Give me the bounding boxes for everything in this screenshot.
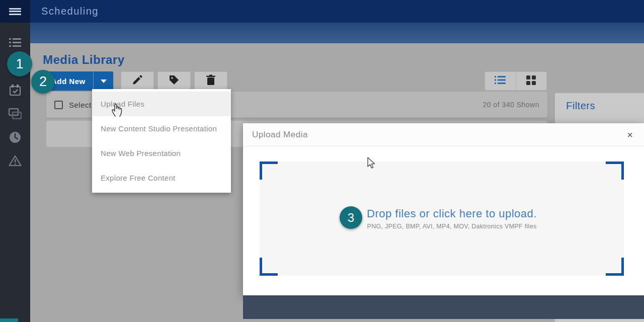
bracket-bottom-left bbox=[260, 258, 278, 276]
add-new-caret-section[interactable] bbox=[93, 71, 113, 91]
list-view-icon bbox=[495, 75, 506, 87]
menu-item-new-content-studio-presentation[interactable]: New Content Studio Presentation bbox=[92, 116, 231, 141]
grid-view-icon bbox=[526, 75, 536, 87]
filters-title: Filters bbox=[566, 100, 595, 112]
pencil-icon bbox=[132, 74, 143, 88]
view-toggle-group bbox=[485, 71, 547, 91]
upload-media-modal: Upload Media × Drop files or click here … bbox=[243, 123, 644, 295]
history-clock-icon bbox=[9, 131, 21, 143]
edit-button[interactable] bbox=[121, 71, 154, 91]
bracket-top-right bbox=[606, 162, 624, 180]
hamburger-menu-button[interactable] bbox=[0, 0, 30, 23]
hamburger-icon bbox=[9, 7, 21, 16]
trash-icon bbox=[206, 74, 216, 88]
modal-title: Upload Media bbox=[252, 123, 308, 146]
grid-view-button[interactable] bbox=[516, 72, 547, 90]
tag-icon bbox=[169, 74, 180, 88]
sidebar-item-calendar[interactable] bbox=[0, 78, 30, 102]
modal-footer-bar bbox=[243, 295, 644, 319]
app-title: Scheduling bbox=[41, 0, 99, 23]
page-title: Media Library bbox=[43, 53, 125, 67]
sidebar-item-displays[interactable] bbox=[0, 102, 30, 125]
bracket-bottom-right bbox=[606, 258, 624, 276]
shown-count-text: 20 of 340 Shown bbox=[482, 101, 539, 109]
bracket-top-left bbox=[260, 162, 278, 180]
alerts-warning-icon bbox=[9, 155, 22, 167]
delete-button[interactable] bbox=[194, 71, 227, 91]
secondary-header-band bbox=[30, 23, 644, 43]
sidebar-item-alerts[interactable] bbox=[0, 149, 30, 173]
sidebar-item-history[interactable] bbox=[0, 125, 30, 149]
modal-header: Upload Media × bbox=[243, 123, 644, 146]
tutorial-step-badge-2: 2 bbox=[31, 70, 55, 94]
menu-item-upload-files[interactable]: Upload Files bbox=[92, 92, 231, 116]
sidebar-item-schedules[interactable] bbox=[0, 31, 30, 54]
list-view-button[interactable] bbox=[485, 72, 516, 90]
menu-item-new-web-presentation[interactable]: New Web Presentation bbox=[92, 141, 231, 166]
tutorial-step-badge-3: 3 bbox=[340, 206, 362, 229]
add-new-dropdown-menu: Upload Files New Content Studio Presenta… bbox=[92, 89, 231, 193]
calendar-check-icon bbox=[9, 85, 21, 96]
dropzone-title: Drop files or click here to upload. bbox=[367, 207, 537, 220]
file-dropzone[interactable]: Drop files or click here to upload. PNG,… bbox=[260, 162, 624, 276]
menu-item-explore-free-content[interactable]: Explore Free Content bbox=[92, 166, 231, 190]
schedule-list-icon bbox=[9, 38, 21, 48]
chevron-down-icon bbox=[101, 79, 107, 83]
tutorial-progress-strip bbox=[0, 318, 18, 322]
displays-icon bbox=[9, 108, 22, 119]
select-all-checkbox[interactable] bbox=[54, 101, 63, 109]
dropzone-subtitle: PNG, JPEG, BMP, AVI, MP4, MOV, Daktronic… bbox=[367, 223, 537, 230]
close-icon[interactable]: × bbox=[624, 123, 636, 146]
tag-button[interactable] bbox=[157, 71, 191, 91]
tutorial-step-badge-1: 1 bbox=[7, 51, 32, 76]
